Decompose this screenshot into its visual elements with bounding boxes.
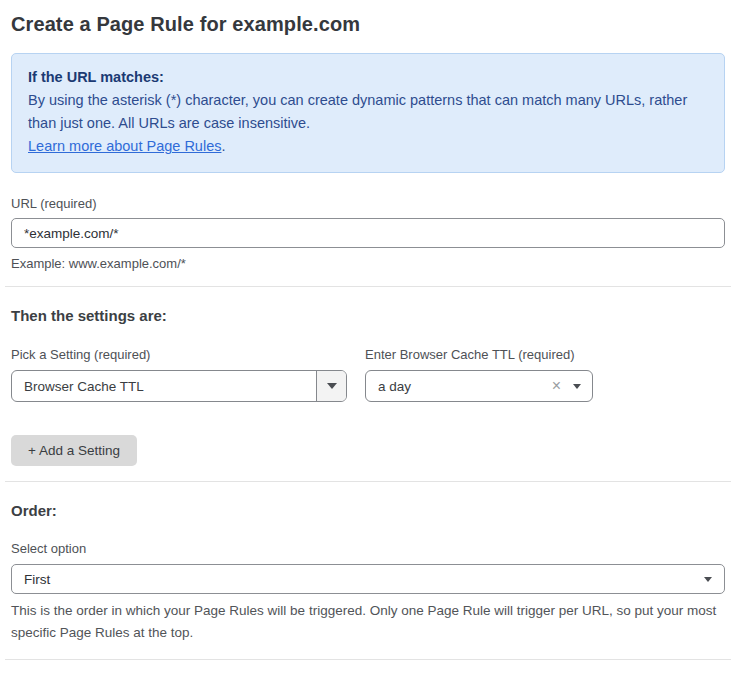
url-example-helper: Example: www.example.com/* (11, 256, 725, 271)
chevron-down-icon (327, 383, 337, 389)
link-suffix: . (221, 138, 225, 154)
info-box-body-text: By using the asterisk (*) character, you… (28, 92, 687, 131)
url-field-label: URL (required) (11, 196, 725, 211)
divider (5, 286, 731, 287)
ttl-caret-button[interactable] (567, 384, 592, 389)
info-box-body: By using the asterisk (*) character, you… (28, 89, 708, 158)
order-section-heading: Order: (11, 502, 725, 519)
ttl-value-dropdown[interactable]: a day × (365, 370, 593, 402)
order-helper-text: This is the order in which your Page Rul… (11, 600, 725, 644)
order-select-label: Select option (11, 541, 725, 556)
pick-setting-value: Browser Cache TTL (12, 379, 316, 394)
url-input[interactable] (11, 218, 725, 248)
pick-setting-column: Pick a Setting (required) Browser Cache … (11, 347, 347, 402)
url-match-info-box: If the URL matches: By using the asteris… (11, 53, 725, 173)
dropdown-caret-button[interactable] (316, 371, 346, 401)
ttl-setting-column: Enter Browser Cache TTL (required) a day… (365, 347, 593, 402)
order-select[interactable]: First (11, 564, 725, 594)
settings-row: Pick a Setting (required) Browser Cache … (11, 347, 725, 402)
page-rule-form: Create a Page Rule for example.com If th… (0, 13, 736, 676)
page-title: Create a Page Rule for example.com (11, 13, 725, 36)
learn-more-link[interactable]: Learn more about Page Rules (28, 138, 221, 154)
ttl-setting-value: a day (366, 379, 552, 394)
order-caret (698, 577, 724, 582)
divider (5, 481, 731, 482)
add-setting-button[interactable]: + Add a Setting (11, 435, 137, 466)
clear-icon[interactable]: × (552, 378, 567, 394)
pick-setting-dropdown[interactable]: Browser Cache TTL (11, 370, 347, 402)
info-box-heading: If the URL matches: (28, 66, 708, 89)
pick-setting-label: Pick a Setting (required) (11, 347, 347, 362)
chevron-down-icon (704, 577, 712, 582)
chevron-down-icon (573, 384, 581, 389)
order-select-value: First (12, 572, 698, 587)
ttl-setting-label: Enter Browser Cache TTL (required) (365, 347, 593, 362)
divider (5, 659, 731, 660)
settings-section-heading: Then the settings are: (11, 307, 725, 324)
